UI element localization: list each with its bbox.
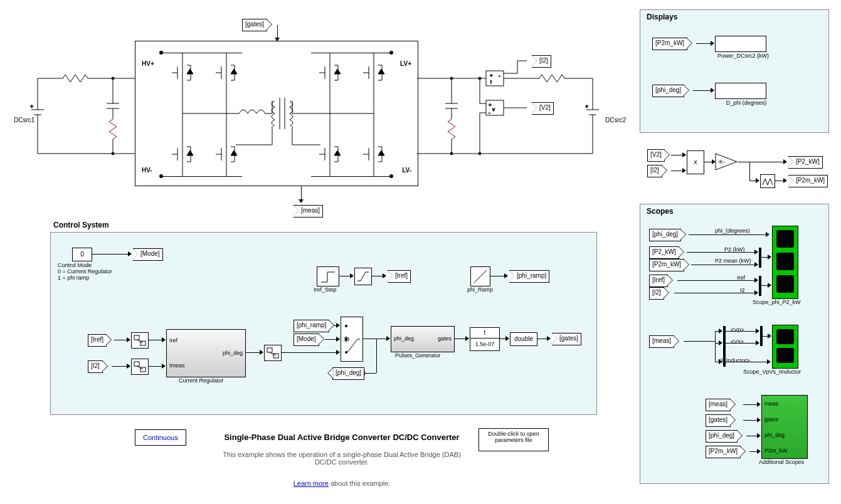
tag-phiramp-goto[interactable]: [phi_ramp] [509,270,549,283]
tag-phi-display[interactable]: [phi_deg] [652,85,684,97]
gain-label: -K- [717,159,725,165]
scopes-title: Scopes [647,207,674,216]
sample-time-block[interactable]: t 1.5e-07 [470,327,500,351]
svg-rect-113 [267,348,272,352]
tag-phideg-goto[interactable]: [phi_deg] [332,367,364,380]
powergui-block[interactable]: Continuous [135,429,186,446]
tag-phideg-as[interactable]: [phi_deg] [706,430,738,443]
display-phi[interactable] [715,83,766,99]
svg-point-118 [345,351,347,354]
svg-text:v: v [492,107,495,112]
learn-more-link[interactable]: Learn more [294,480,329,487]
tag-iref-from[interactable]: [Iref] [88,334,107,347]
pulses-generator-block[interactable]: phi_deg gates [391,326,455,352]
svg-point-104 [450,77,453,80]
tag-iref-scope[interactable]: [Iref] [649,275,668,287]
tag-i2[interactable]: [I2] [532,55,551,68]
rate-transition-out[interactable] [264,345,282,361]
tag-v2[interactable]: [V2] [532,102,554,115]
bridge-schematic [135,41,418,186]
mux-i[interactable] [759,276,761,296]
svg-point-87 [479,77,481,80]
tag-mode-from[interactable]: [Mode] [294,333,319,346]
current-regulator-label: Current Regulator [179,377,224,384]
learn-more-line: Learn more about this example. [223,480,461,487]
svg-point-69 [112,77,114,80]
control-mode-label: Control Mode 0 = Current Regulator 1 = p… [58,262,133,281]
phi-ramp-block[interactable] [470,266,490,286]
svg-text:+: + [585,103,588,110]
display-phi-label: D_phi (degrees) [715,100,778,106]
tag-phideg-scope[interactable]: [phi_deg] [649,229,681,241]
tag-gates-top[interactable]: [gates] [242,19,267,31]
control-system-title: Control System [53,221,109,229]
tag-meas-scope[interactable]: [meas] [649,335,674,348]
tag-gates-as[interactable]: [gates] [706,414,731,427]
rate-transition-iref[interactable] [131,332,149,349]
svg-rect-107 [134,335,139,340]
svg-text:+: + [490,73,493,78]
mean-block[interactable] [760,174,775,188]
dcsrc2-label: DCsrc2 [605,117,626,123]
tag-i2-scope[interactable]: [I2] [649,287,664,300]
svg-rect-78 [486,71,504,86]
parameters-file-block[interactable]: Double-click to open parameters file [479,428,549,451]
tag-p2mkw-goto[interactable]: [P2m_kW] [788,175,828,187]
svg-line-106 [474,270,487,283]
tag-mode-goto[interactable]: [Mode] [133,248,163,261]
current-regulator-block[interactable]: Iref Imeas phi_deg [166,329,246,377]
svg-text:-: - [499,73,500,78]
tag-meas-out[interactable]: [meas] [294,205,323,218]
switch-block[interactable] [341,317,363,362]
sig-p2m-label: P2 mean (kW) [715,258,751,264]
iref-step-label: Iref_Step [314,286,337,293]
additional-scopes-label: Additional Scopes [759,459,804,465]
scope2-label: Scope_VpVs_IInductor [743,369,801,375]
scope-phi-p2[interactable] [772,226,798,299]
tag-i2-from[interactable]: [I2] [88,360,103,373]
vp-label: <Vp> [731,327,744,333]
tag-p2mkw-scope[interactable]: [P2m_kW] [649,259,684,271]
tag-v2-calc[interactable]: [V2] [647,149,665,162]
tag-gates-goto[interactable]: [gates] [552,333,581,345]
dcsrc1-network: + [19,41,144,185]
svg-point-105 [450,152,453,155]
scope1-label: Scope_phi_P2_kW [753,299,801,305]
display-power-label: Power_DCsrc2 (kW) [709,53,778,59]
displays-panel: Displays [640,9,829,133]
svg-point-116 [345,325,347,327]
dcsrc2-network: + i - + v - + [417,41,618,185]
svg-text:-: - [489,110,490,115]
svg-text:+: + [489,102,492,108]
tag-iref-goto[interactable]: [Iref] [388,270,411,283]
scope-vpvs[interactable] [772,325,798,369]
svg-text:i: i [490,79,492,85]
svg-text:+: + [30,103,33,110]
displays-title: Displays [647,13,677,21]
tag-meas-as[interactable]: [meas] [706,399,731,411]
converter-subsystem[interactable]: HV+ HV- LV+ LV- [135,41,418,186]
vs-label: <Vs> [731,339,744,345]
dcsrc1-label: DCsrc1 [14,117,34,123]
model-title: Single-Phase Dual Active Bridge Converte… [223,433,461,442]
display-power[interactable] [715,36,766,52]
tag-phiramp-from[interactable]: [phi_ramp] [294,320,329,332]
sig-phi-label: phi_(degrees) [715,228,750,234]
product-block[interactable]: x [687,150,704,174]
tag-p2kw-scope[interactable]: [P2_kW] [649,246,679,259]
svg-line-120 [347,339,357,352]
svg-point-70 [112,152,114,155]
iref-step-block[interactable] [317,266,339,286]
mux-p2[interactable] [759,248,761,268]
tag-p2m-display[interactable]: [P2m_kW] [652,38,687,50]
tag-p2kw-goto[interactable]: [P2_kW] [788,156,823,169]
rate-transition-i2[interactable] [131,359,149,375]
additional-scopes-block[interactable]: meas gates phi_deg P2m_kW [761,395,808,459]
il-label: <I_Inductor> [718,357,750,364]
control-mode-constant[interactable]: 0 [72,248,92,261]
iref-saturation[interactable] [354,268,372,285]
tag-p2mkw-as[interactable]: [P2m_kW] [706,446,741,458]
tag-i2-calc[interactable]: [I2] [647,165,662,177]
svg-rect-110 [134,362,139,366]
datatype-double[interactable]: double [510,332,537,346]
